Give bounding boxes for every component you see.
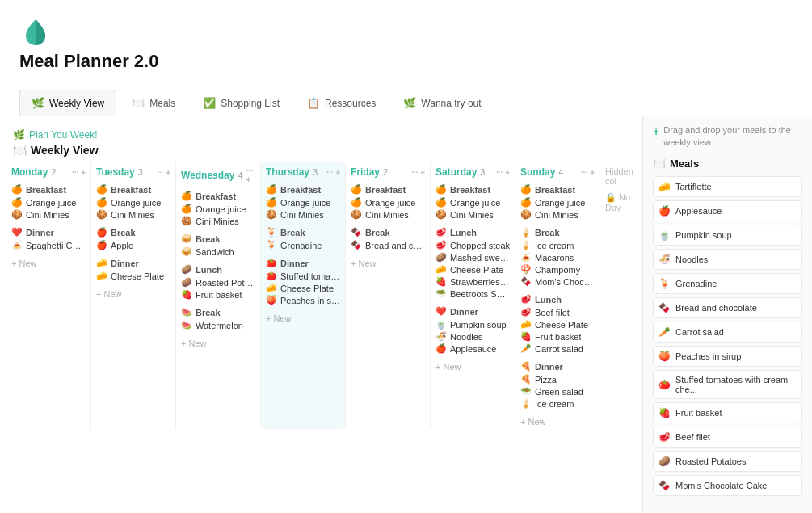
day-col-monday: Monday 2 ··· + 🍊 Breakfast 🍊Orange juice…: [6, 162, 91, 429]
meal-item: 🍝Macarons: [519, 251, 596, 263]
sidebar-meal-item[interactable]: 🍜 Noodles: [653, 249, 802, 270]
tab-bar: 🌿 Weekly View 🍽️ Meals ✅ Shopping List 📋…: [0, 90, 812, 116]
resources-tab-icon: 📋: [307, 97, 320, 109]
meal-group: 🥩 Lunch 🥩Beef filet 🧀Cheese Plate 🍓Fruit…: [519, 292, 596, 355]
day-actions-friday[interactable]: ··· +: [411, 168, 425, 177]
meal-emoji: 🍎: [658, 205, 671, 217]
sidebar-meal-item[interactable]: 🍓 Fruit basket: [653, 402, 802, 423]
sidebar-meals-title: 🍽️ Meals: [653, 158, 802, 170]
meal-group: 🍊 Breakfast 🍊Orange juice 🍪Cini Minies: [434, 183, 511, 221]
sidebar-meal-item[interactable]: 🍫 Bread and chocolate: [653, 297, 802, 318]
sidebar-meal-item[interactable]: 🍵 Pumpkin soup: [653, 225, 802, 246]
sidebar-meal-item[interactable]: 🍅 Stuffed tomatoes with cream che...: [653, 370, 802, 399]
add-new-thursday[interactable]: + New: [264, 311, 342, 326]
meal-group: 🍊 Breakfast 🍊Orange juice 🍪Cini Minies: [179, 189, 257, 227]
meal-group-label: 🥩 Lunch: [434, 225, 511, 239]
meal-item: 🍪Cini Minies: [95, 208, 172, 221]
meal-emoji: 🍜: [658, 254, 671, 265]
meal-group: 🍊 Breakfast 🍊Orange juice 🍪Cini Minies: [95, 183, 172, 221]
sidebar-meal-item[interactable]: 🍹 Grenadine: [653, 273, 802, 294]
hidden-col-label: Hidden col: [604, 162, 642, 191]
add-new-friday[interactable]: + New: [349, 256, 427, 271]
meal-group: 🍊 Breakfast 🍊Orange juice 🍪Cini Minies: [349, 183, 427, 221]
meal-item: 🍊Orange juice: [264, 196, 342, 208]
no-day-label: 🔒 No Day: [604, 191, 642, 214]
meal-group-label: 🥪 Break: [179, 232, 257, 246]
day-name-friday: Friday: [351, 166, 380, 178]
day-header-wednesday[interactable]: Wednesday 4 ··· +: [179, 162, 257, 189]
meal-item: 🧀Cheese Plate: [95, 270, 172, 282]
sidebar-meal-item[interactable]: 🥩 Beef filet: [653, 427, 802, 448]
day-col-sunday: Sunday 4 ··· + 🍊 Breakfast 🍊Orange juice…: [515, 162, 600, 429]
meal-item: 🍪Cini Minies: [519, 208, 596, 221]
day-name-sunday: Sunday: [520, 166, 555, 178]
meal-group: 🍊 Breakfast 🍊Orange juice 🍪Cini Minies: [264, 183, 342, 221]
meal-emoji: 🍓: [658, 407, 671, 418]
day-name-monday: Monday: [11, 166, 48, 178]
day-actions-sunday[interactable]: ··· +: [581, 168, 595, 177]
shopping-tab-icon: ✅: [203, 97, 216, 109]
day-header-monday[interactable]: Monday 2 ··· +: [10, 162, 87, 183]
sidebar-meal-item[interactable]: 🧀 Tartiflette: [653, 176, 802, 197]
tab-weekly[interactable]: 🌿 Weekly View: [19, 90, 116, 116]
meal-item: 🍪Cini Minies: [179, 215, 257, 227]
meal-item: 🍊Orange juice: [179, 203, 257, 215]
tab-shopping[interactable]: ✅ Shopping List: [191, 90, 292, 116]
meal-group-label: 🍊 Breakfast: [179, 189, 257, 203]
meal-group-label: 🍅 Dinner: [264, 256, 342, 270]
meals-title-icon: 🍽️: [653, 158, 666, 170]
sidebar-meal-item[interactable]: 🍫 Mom's Chocolate Cake: [653, 475, 802, 496]
add-new-wednesday[interactable]: + New: [179, 336, 257, 351]
plan-badge-icon: 🌿: [13, 129, 25, 141]
app-container: Meal Planner 2.0 🌿 Weekly View 🍽️ Meals …: [0, 0, 812, 513]
sidebar-meal-item[interactable]: 🥕 Carrot salad: [653, 322, 802, 343]
meal-item: 🥕Carrot salad: [519, 343, 596, 355]
meal-group: 🍦 Break 🍦Ice cream 🍝Macarons 🍄Champomy 🍫…: [519, 225, 596, 288]
meal-emoji: 🍫: [658, 480, 671, 491]
meal-item: 🍎Applesauce: [434, 343, 511, 355]
day-header-sunday[interactable]: Sunday 4 ··· +: [519, 162, 596, 183]
sidebar-meal-item[interactable]: 🥔 Roasted Potatoes: [653, 451, 802, 472]
add-new-saturday[interactable]: + New: [434, 360, 511, 374]
header: Meal Planner 2.0: [0, 0, 812, 90]
day-actions-wednesday[interactable]: ··· +: [246, 166, 255, 184]
day-header-tuesday[interactable]: Tuesday 3 ··· +: [95, 162, 172, 183]
day-actions-thursday[interactable]: ··· +: [326, 168, 340, 177]
meal-item: 🍎Apple: [95, 239, 172, 251]
meal-item: 🥩Chopped steak: [434, 239, 511, 251]
day-header-saturday[interactable]: Saturday 3 ··· +: [434, 162, 511, 183]
wanna-tab-label: Wanna try out: [421, 98, 481, 109]
meal-item: 🥗Green salad: [519, 385, 596, 397]
meal-item: 🍊Orange juice: [434, 196, 511, 208]
sidebar-meal-item[interactable]: 🍑 Peaches in sirup: [653, 346, 802, 367]
day-actions-monday[interactable]: ··· +: [72, 168, 86, 177]
tab-meals[interactable]: 🍽️ Meals: [120, 90, 187, 116]
tab-wanna[interactable]: 🌿 Wanna try out: [391, 90, 493, 116]
meal-name: Beef filet: [675, 432, 710, 442]
weekly-tab-label: Weekly View: [49, 98, 104, 109]
day-actions-saturday[interactable]: ··· +: [496, 168, 510, 177]
meal-emoji: 🍅: [658, 379, 671, 390]
meal-item: 🍕Pizza: [519, 373, 596, 385]
meal-item: 🍹Grenadine: [264, 239, 342, 251]
calendar-scroll[interactable]: Monday 2 ··· + 🍊 Breakfast 🍊Orange juice…: [0, 162, 642, 502]
tab-resources[interactable]: 📋 Ressources: [295, 90, 388, 116]
day-name-wednesday: Wednesday: [181, 170, 234, 181]
meals-tab-icon: 🍽️: [132, 97, 145, 109]
day-header-thursday[interactable]: Thursday 3 ··· +: [264, 162, 342, 183]
add-new-monday[interactable]: + New: [10, 256, 87, 271]
meal-item: 🧀Cheese Plate: [264, 282, 342, 294]
sidebar-meal-item[interactable]: 🍎 Applesauce: [653, 200, 802, 221]
meal-group-label: 🍊 Breakfast: [349, 183, 427, 196]
meal-item: 🍫Bread and chocolate: [349, 239, 427, 251]
meal-name: Peaches in sirup: [675, 351, 741, 361]
add-new-sunday[interactable]: + New: [519, 414, 596, 429]
meal-emoji: 🥕: [658, 326, 671, 338]
shopping-tab-label: Shopping List: [221, 98, 280, 109]
add-new-tuesday[interactable]: + New: [95, 287, 172, 301]
day-header-friday[interactable]: Friday 2 ··· +: [349, 162, 427, 183]
day-actions-tuesday[interactable]: ··· +: [157, 168, 170, 177]
weekly-title-icon: 🍽️: [13, 144, 27, 157]
meal-group-label: 🥩 Lunch: [519, 292, 596, 306]
plan-badge: 🌿 Plan You Week!: [13, 129, 629, 141]
